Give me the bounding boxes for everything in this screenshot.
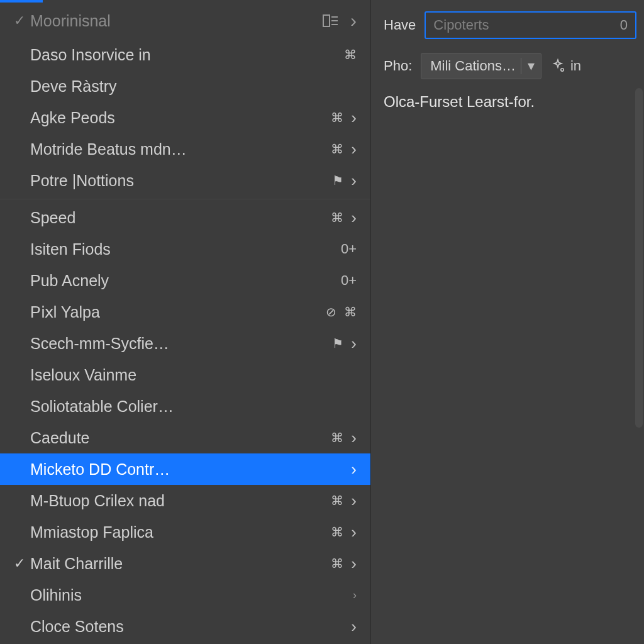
chevron-right-icon: › xyxy=(351,171,357,191)
keys-icon: ⌘ xyxy=(331,210,343,225)
menu-item[interactable]: ✓ Mait Charrille ⌘› xyxy=(0,548,370,579)
search-suffix: 0 xyxy=(620,17,628,33)
menu-item[interactable]: Mmiastop Faplica ⌘› xyxy=(0,516,370,548)
right-panel: Have Cipoterts 0 Pho: Mili Cations… ▾ in… xyxy=(371,0,644,644)
select-label: Pho: xyxy=(384,58,412,74)
tool-text: in xyxy=(570,58,581,74)
flag-icon: ⚑ xyxy=(332,336,343,351)
search-placeholder: Cipoterts xyxy=(433,17,489,33)
menu-item-label: Cloce Sotens xyxy=(30,618,351,636)
menu-item[interactable]: Speed ⌘› xyxy=(0,202,370,233)
menu-item[interactable]: Olihinis › xyxy=(0,579,370,611)
flag-icon: ⚑ xyxy=(332,173,343,188)
keys-icon: ⌘ xyxy=(344,304,357,319)
chevron-right-icon: › xyxy=(351,554,357,574)
select-value: Mili Cations… xyxy=(430,58,516,74)
select-dropdown[interactable]: Mili Cations… ▾ xyxy=(421,53,541,79)
check-circle-icon: ⊘ xyxy=(326,304,336,319)
menu-item[interactable]: Pub Acnely 0+ xyxy=(0,265,370,296)
chevron-right-icon: › xyxy=(351,523,357,542)
menu-item-label: Motride Beatus mdn… xyxy=(30,140,331,158)
menu-item-label: Potre |Nottions xyxy=(30,172,332,190)
menu-item-label: Pub Acnely xyxy=(30,272,341,290)
menu-item-label: Mmiastop Faplica xyxy=(30,523,331,541)
menu-item[interactable]: Caedute ⌘› xyxy=(0,422,370,453)
menu-item[interactable]: Cloce Sotens › xyxy=(0,611,370,642)
menu-item-label: Daso Insorvice in xyxy=(30,46,344,64)
svg-point-4 xyxy=(561,69,564,71)
menu-item-label: Speed xyxy=(30,209,331,227)
menu-item-label: Agke Peods xyxy=(30,109,331,127)
menu-item[interactable]: Iseloux Vainme xyxy=(0,359,370,391)
menu-item[interactable]: Scech-mm-Sycfie… ⚑› xyxy=(0,328,370,359)
detail-text: Olca-Furset Learst-for. xyxy=(384,93,636,111)
menu-item-label: Isiten Fiods xyxy=(30,240,341,258)
menu-item-label: Scech-mm-Sycfie… xyxy=(30,335,332,353)
keys-icon: ⌘ xyxy=(331,110,343,125)
keys-icon: ⌘ xyxy=(331,556,343,571)
menu-item-label: Deve Ràstry xyxy=(30,77,357,96)
check-icon: ✓ xyxy=(9,13,30,29)
menu-item-label: M-Btuop Crilex nad xyxy=(30,492,331,510)
chevron-right-icon[interactable]: › xyxy=(350,10,357,31)
chevron-right-icon: › xyxy=(351,140,357,159)
search-label: Have xyxy=(384,17,416,33)
menu-item[interactable]: Isiten Fiods 0+ xyxy=(0,233,370,265)
menu-divider xyxy=(0,199,370,199)
menu-item[interactable]: Agke Peods ⌘› xyxy=(0,102,370,133)
shortcut-hint: 0+ xyxy=(341,272,357,289)
chevron-right-icon: › xyxy=(351,208,357,228)
menu-item[interactable]: Motride Beatus mdn… ⌘› xyxy=(0,133,370,165)
left-panel: ✓ Moorinisnal › Daso Insorvice in ⌘ Deve… xyxy=(0,0,371,644)
menu-item-label: Micketo DD Contr… xyxy=(30,460,351,479)
chevron-right-icon: › xyxy=(351,491,357,511)
sparkle-icon[interactable] xyxy=(550,58,565,74)
menu-item[interactable]: Daso Insorvice in ⌘ xyxy=(0,39,370,70)
menu-item[interactable]: Soliotatable Colier… xyxy=(0,391,370,422)
keys-icon: ⌘ xyxy=(331,142,343,157)
chevron-right-icon: › xyxy=(351,334,357,353)
menu-item[interactable]: Pⅸl Yalpa ⊘⌘ xyxy=(0,296,370,328)
shortcut-hint: 0+ xyxy=(341,241,357,257)
menu-item-selected[interactable]: Micketo DD Contr… › xyxy=(0,453,370,485)
keys-icon: ⌘ xyxy=(331,430,343,445)
menu-item[interactable]: Deve Ràstry xyxy=(0,70,370,102)
svg-rect-0 xyxy=(323,15,330,26)
menu-item-label: Olihinis xyxy=(30,586,353,604)
menu-item-label: Soliotatable Colier… xyxy=(30,397,357,416)
menu-header-label: Moorinisnal xyxy=(30,12,323,30)
scrollbar[interactable] xyxy=(635,88,643,428)
keys-icon: ⌘ xyxy=(344,47,357,62)
menu-header[interactable]: ✓ Moorinisnal › xyxy=(0,3,370,39)
chevron-down-icon: ▾ xyxy=(521,58,535,74)
chevron-right-icon: › xyxy=(351,460,357,479)
search-row: Have Cipoterts 0 xyxy=(384,11,636,39)
chevron-right-icon: › xyxy=(351,428,357,448)
menu-item-label: Pⅸl Yalpa xyxy=(30,303,326,321)
keys-icon: ⌘ xyxy=(331,525,343,540)
check-icon: ✓ xyxy=(9,555,30,572)
menu-item[interactable]: M-Btuop Crilex nad ⌘› xyxy=(0,485,370,516)
menu-item-label: Iseloux Vainme xyxy=(30,366,357,384)
menu-item-label: Mait Charrille xyxy=(30,555,331,573)
chevron-right-icon: › xyxy=(351,108,357,128)
search-input[interactable]: Cipoterts 0 xyxy=(425,11,636,39)
keys-icon: ⌘ xyxy=(331,493,343,508)
panel-icon[interactable] xyxy=(323,14,339,28)
menu-item-label: Caedute xyxy=(30,429,331,447)
chevron-right-icon: › xyxy=(351,617,357,636)
menu-item[interactable]: Potre |Nottions ⚑› xyxy=(0,165,370,196)
chevron-right-icon: › xyxy=(353,589,357,602)
select-row: Pho: Mili Cations… ▾ in xyxy=(384,53,636,79)
